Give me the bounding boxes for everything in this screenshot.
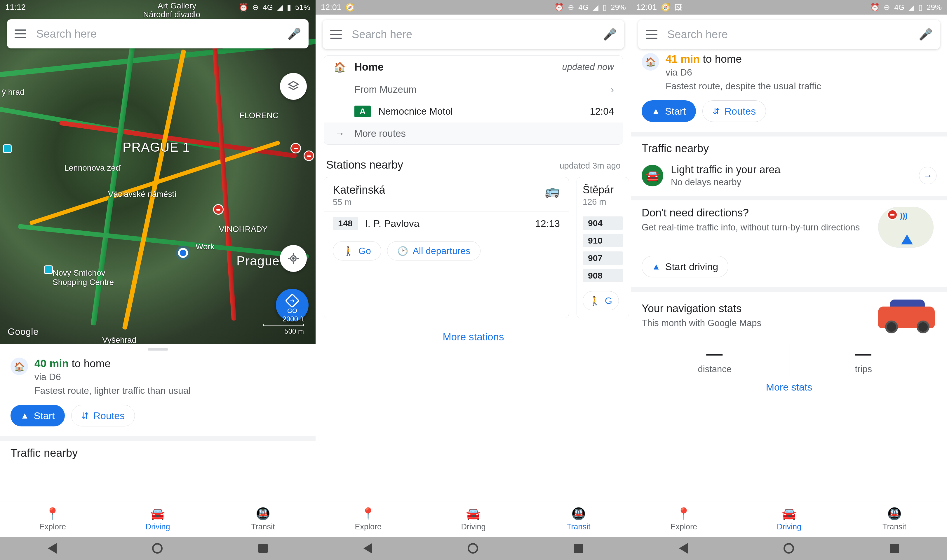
android-nav-bar <box>316 537 631 560</box>
go-label: GO <box>287 307 297 315</box>
transit-icon: 🚇 <box>571 507 586 521</box>
route-number: 908 <box>583 269 623 282</box>
search-input[interactable]: Search here <box>352 28 603 41</box>
android-nav-bar <box>631 537 947 560</box>
signal-icon: ◢ <box>277 3 283 12</box>
mic-icon[interactable]: 🎤 <box>287 28 301 40</box>
station-card[interactable]: Štěpár 126 m 904 910 907 908 🚶G <box>577 177 629 318</box>
divider <box>631 132 947 137</box>
stations-scroller[interactable]: Kateřinská 55 m 🚌 148 I. P. Pavlova 12:1… <box>316 177 631 318</box>
stats-sub: This month with Google Maps <box>642 317 871 329</box>
android-home[interactable] <box>152 543 163 554</box>
android-recent[interactable] <box>258 544 268 553</box>
search-bar[interactable]: Search here 🎤 <box>7 19 308 48</box>
station-card[interactable]: Kateřinská 55 m 🚌 148 I. P. Pavlova 12:1… <box>324 177 569 318</box>
status-battery: 51% <box>295 3 310 12</box>
menu-button[interactable] <box>15 29 26 38</box>
more-stats-button[interactable]: More stats <box>631 378 947 399</box>
android-home[interactable] <box>784 543 794 554</box>
tab-transit[interactable]: 🚇Transit <box>526 502 631 537</box>
android-nav-bar <box>0 537 316 560</box>
station-go-button[interactable]: 🚶G <box>583 291 619 310</box>
car-icon: 🚘 <box>150 507 165 521</box>
promo-sub: Get real-time traffic info, without turn… <box>642 222 871 234</box>
android-recent[interactable] <box>890 544 899 553</box>
home-icon: 🏠 <box>334 61 346 73</box>
routes-button[interactable]: ⇵Routes <box>702 100 766 122</box>
google-logo: Google <box>8 326 39 337</box>
bottom-nav: 📍Explore 🚘Driving 🚇Transit <box>631 501 947 537</box>
menu-button[interactable] <box>646 30 657 39</box>
search-input[interactable]: Search here <box>667 28 919 41</box>
bus-icon: 🚌 <box>545 184 560 198</box>
map-label-vinohrady: VINOHRADY <box>219 225 267 234</box>
routes-button[interactable]: ⇵Routes <box>71 405 135 426</box>
map-label-vysehrad: Vyšehrad <box>102 335 136 344</box>
android-recent[interactable] <box>574 544 583 553</box>
stat-distance-label: distance <box>642 364 788 374</box>
routes-icon: ⇵ <box>82 411 89 421</box>
layers-button[interactable] <box>280 73 307 100</box>
station-go-button[interactable]: 🚶Go <box>333 241 381 260</box>
all-departures-button[interactable]: 🕑All departures <box>387 241 481 260</box>
drag-handle[interactable] <box>148 348 168 351</box>
battery-icon: ▯ <box>918 3 922 12</box>
more-stations-button[interactable]: More stations <box>316 318 631 349</box>
map-label-hrad: ý hrad <box>2 88 25 97</box>
mic-icon[interactable]: 🎤 <box>603 28 617 41</box>
android-back[interactable] <box>364 543 372 554</box>
status-battery: 29% <box>611 3 626 12</box>
current-location-dot <box>178 248 188 258</box>
driving-info-scroll[interactable]: 🏠 41 min to home via D6 Fastest route, d… <box>631 51 947 501</box>
android-back[interactable] <box>679 543 688 554</box>
commute-note: Fastest route, lighter traffic than usua… <box>34 385 191 396</box>
home-route-card[interactable]: 🏠 Home updated now From Muzeum › A Nemoc… <box>324 55 623 145</box>
search-input[interactable]: Search here <box>36 28 287 40</box>
tab-transit[interactable]: 🚇Transit <box>210 502 316 537</box>
start-button[interactable]: ▲Start <box>642 100 696 122</box>
arrow-right-icon: → <box>335 128 345 139</box>
divider <box>0 436 316 441</box>
stat-trips-value: — <box>791 344 937 363</box>
alarm-icon: ⏰ <box>239 3 248 12</box>
home-line-row[interactable]: A Nemocnice Motol 12:04 <box>324 100 623 123</box>
road-closure-icon <box>213 204 224 215</box>
traffic-card[interactable]: 🚘 Light traffic in your area No delays n… <box>631 158 947 196</box>
start-button[interactable]: ▲Start <box>11 405 65 426</box>
map-label-work: Work <box>196 242 214 251</box>
tab-driving[interactable]: 🚘Driving <box>421 502 526 537</box>
map-scale: 2000 ft 500 m <box>263 315 304 335</box>
android-home[interactable] <box>468 543 478 554</box>
commute-sheet[interactable]: 🏠 40 min to home via D6 Fastest route, l… <box>0 344 316 501</box>
menu-button[interactable] <box>330 30 342 39</box>
arrow-right-button[interactable]: → <box>919 167 936 184</box>
status-bar: 12:01 🧭 🖼 ⏰ ⊖ 4G ◢ ▯ 29% <box>631 0 947 15</box>
start-driving-button[interactable]: ▲Start driving <box>642 256 728 277</box>
commute-via: via D6 <box>34 372 191 382</box>
mic-icon[interactable]: 🎤 <box>919 28 932 41</box>
map-canvas[interactable]: Art Gallery Národní divadlo ý hrad FLORE… <box>0 0 316 344</box>
search-bar[interactable]: Search here 🎤 <box>638 20 940 49</box>
more-routes-button[interactable]: → More routes <box>324 123 623 145</box>
locate-me-button[interactable] <box>280 245 307 272</box>
line-time: 12:04 <box>590 106 614 117</box>
status-network: 4G <box>894 3 904 12</box>
home-from-row[interactable]: From Muzeum › <box>324 78 623 100</box>
tab-driving[interactable]: 🚘Driving <box>737 502 842 537</box>
tab-transit[interactable]: 🚇Transit <box>842 502 947 537</box>
poi-marker <box>3 145 12 153</box>
commute-summary[interactable]: 🏠 41 min to home via D6 Fastest route, d… <box>631 51 947 95</box>
android-back[interactable] <box>48 543 57 554</box>
divider <box>631 196 947 200</box>
home-title: Home <box>355 61 554 73</box>
phone-screen-transit: 12:01 🧭 ⏰ ⊖ 4G ◢ ▯ 29% Search here 🎤 🏠 H… <box>316 0 631 560</box>
commute-summary[interactable]: 🏠 40 min to home via D6 Fastest route, l… <box>0 351 316 400</box>
routes-icon: ⇵ <box>713 106 720 116</box>
station-distance: 126 m <box>583 197 614 207</box>
tab-explore[interactable]: 📍Explore <box>316 502 421 537</box>
departure-row[interactable]: 148 I. P. Pavlova 12:13 <box>324 211 569 235</box>
search-bar[interactable]: Search here 🎤 <box>322 20 624 49</box>
tab-driving[interactable]: 🚘Driving <box>105 502 210 537</box>
tab-explore[interactable]: 📍Explore <box>631 502 737 537</box>
tab-explore[interactable]: 📍Explore <box>0 502 105 537</box>
